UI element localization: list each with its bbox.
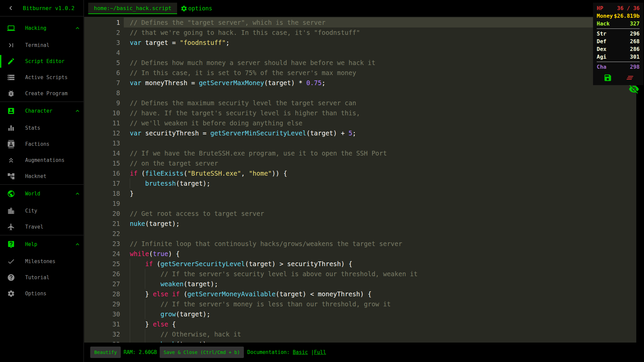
chevron-left-icon[interactable] — [7, 4, 15, 12]
line-number[interactable]: 33 — [84, 339, 120, 343]
code-line-text: // we'll weaken it before doing anything… — [120, 118, 303, 128]
code-line[interactable]: 30 grow(target); — [84, 309, 636, 319]
line-number[interactable]: 8 — [84, 88, 120, 98]
line-number[interactable]: 19 — [84, 198, 120, 208]
sidebar-item-options[interactable]: Options — [0, 286, 84, 302]
line-number[interactable]: 30 — [84, 309, 120, 319]
line-number[interactable]: 11 — [84, 118, 120, 128]
stat-value: $26.819b — [614, 12, 640, 20]
sidebar-item-tutorial[interactable]: Tutorial — [0, 269, 84, 286]
line-number[interactable]: 3 — [84, 38, 120, 48]
code-line[interactable]: 8 — [84, 88, 636, 98]
line-number[interactable]: 29 — [84, 299, 120, 309]
line-number[interactable]: 10 — [84, 108, 120, 118]
code-line[interactable]: 23// Infinite loop that continously hack… — [84, 239, 636, 249]
editor-options-button[interactable]: options — [180, 5, 212, 12]
line-number[interactable]: 21 — [84, 219, 120, 229]
line-number[interactable]: 20 — [84, 208, 120, 219]
code-line[interactable]: 2// that we're going to hack. In this ca… — [84, 27, 636, 38]
code-line[interactable]: 27 weaken(target); — [84, 279, 636, 289]
code-line[interactable]: 31 } else { — [84, 319, 636, 329]
code-line[interactable]: 17 brutessh(target); — [84, 178, 636, 188]
save-game-icon[interactable] — [603, 73, 612, 82]
code-line[interactable]: 24while(true) { — [84, 249, 636, 259]
line-number[interactable]: 13 — [84, 138, 120, 148]
code-line[interactable]: 21nuke(target); — [84, 219, 636, 229]
sidebar-item-city[interactable]: City — [0, 203, 84, 219]
code-line[interactable]: 18} — [84, 188, 636, 198]
code-line[interactable]: 9// Defines the maximum security level t… — [84, 98, 636, 108]
line-number[interactable]: 31 — [84, 319, 120, 329]
line-number[interactable]: 2 — [84, 27, 120, 38]
line-number[interactable]: 32 — [84, 329, 120, 339]
line-number[interactable]: 1 — [84, 17, 120, 27]
airplane-icon — [7, 223, 15, 231]
sidebar-item-milestones[interactable]: Milestones — [0, 253, 84, 269]
sidebar-item-travel[interactable]: Travel — [0, 219, 84, 235]
sidebar-item-augmentations[interactable]: Augmentations — [0, 152, 84, 168]
tab-script-file[interactable]: home:~/basic_hack.script — [88, 3, 177, 14]
code-line[interactable]: 6// In this case, it is set to 75% of th… — [84, 68, 636, 78]
sidebar-item-active-scripts[interactable]: Active Scripts — [0, 69, 84, 85]
line-number[interactable]: 24 — [84, 249, 120, 259]
line-number[interactable]: 14 — [84, 148, 120, 158]
code-line[interactable]: 10// have. If the target's security leve… — [84, 108, 636, 118]
line-number[interactable]: 17 — [84, 178, 120, 188]
visibility-off-icon[interactable] — [629, 84, 639, 95]
beautify-button[interactable]: Beautify — [90, 347, 121, 358]
code-line[interactable]: 25 if (getServerSecurityLevel(target) > … — [84, 259, 636, 269]
save-close-button[interactable]: Save & Close (Ctrl/Cmd + b) — [160, 347, 244, 358]
line-number[interactable]: 25 — [84, 259, 120, 269]
code-line[interactable]: 19 — [84, 198, 636, 208]
kill-all-scripts-icon[interactable] — [626, 73, 634, 82]
line-number[interactable]: 23 — [84, 239, 120, 249]
line-number[interactable]: 7 — [84, 78, 120, 88]
sidebar-section-world[interactable]: World — [0, 185, 84, 203]
code-editor[interactable]: 1// Defines the "target server", which i… — [84, 17, 636, 343]
code-line[interactable]: 29 // If the server's money is less than… — [84, 299, 636, 309]
sidebar-item-label: Hacknet — [25, 173, 46, 179]
code-line[interactable]: 4 — [84, 48, 636, 58]
line-number[interactable]: 12 — [84, 128, 120, 138]
code-line[interactable]: 1// Defines the "target server", which i… — [84, 17, 636, 27]
code-line[interactable]: 26 // If the server's security level is … — [84, 269, 636, 279]
code-line[interactable]: 7var moneyThresh = getServerMaxMoney(tar… — [84, 78, 636, 88]
code-line[interactable]: 33 hack(target); — [84, 339, 636, 343]
sidebar-item-stats[interactable]: Stats — [0, 120, 84, 136]
code-line[interactable]: 16if (fileExists("BruteSSH.exe", "home")… — [84, 168, 636, 178]
line-number[interactable]: 27 — [84, 279, 120, 289]
line-number[interactable]: 9 — [84, 98, 120, 108]
help-circle-icon — [7, 274, 15, 282]
sidebar-item-terminal[interactable]: Terminal — [0, 37, 84, 53]
line-number[interactable]: 15 — [84, 158, 120, 168]
line-number[interactable]: 4 — [84, 48, 120, 58]
documentation-basic-link[interactable]: Basic — [293, 349, 308, 355]
line-number[interactable]: 5 — [84, 58, 120, 68]
line-number[interactable]: 18 — [84, 188, 120, 198]
line-number[interactable]: 28 — [84, 289, 120, 299]
sidebar-section-help[interactable]: Help — [0, 235, 84, 253]
code-line[interactable]: 15// on the target server — [84, 158, 636, 168]
line-number[interactable]: 6 — [84, 68, 120, 78]
sidebar-item-create-program[interactable]: Create Program — [0, 85, 84, 102]
line-number[interactable]: 16 — [84, 168, 120, 178]
code-line[interactable]: 20// Get root access to target server — [84, 208, 636, 219]
code-line[interactable]: 32 // Otherwise, hack it — [84, 329, 636, 339]
code-line[interactable]: 14// If we have the BruteSSH.exe program… — [84, 148, 636, 158]
code-line[interactable]: 3var target = "foodnstuff"; — [84, 38, 636, 48]
sidebar-item-factions[interactable]: Factions — [0, 136, 84, 152]
sidebar-item-hacknet[interactable]: Hacknet — [0, 168, 84, 184]
sidebar-section-hacking[interactable]: Hacking — [0, 19, 84, 37]
sidebar-section-character[interactable]: Character — [0, 102, 84, 120]
code-line[interactable]: 22 — [84, 229, 636, 239]
code-line[interactable]: 12var securityThresh = getServerMinSecur… — [84, 128, 636, 138]
line-number[interactable]: 22 — [84, 229, 120, 239]
code-line[interactable]: 5// Defines how much money a server shou… — [84, 58, 636, 68]
sidebar-item-script-editor[interactable]: Script Editor — [0, 53, 84, 69]
documentation-full-link[interactable]: Full — [314, 349, 326, 355]
code-line[interactable]: 11// we'll weaken it before doing anythi… — [84, 118, 636, 128]
code-line[interactable]: 28 } else if (getServerMoneyAvailable(ta… — [84, 289, 636, 299]
code-line[interactable]: 13 — [84, 138, 636, 148]
line-number[interactable]: 26 — [84, 269, 120, 279]
code-line-text: var securityThresh = getServerMinSecurit… — [120, 128, 356, 138]
